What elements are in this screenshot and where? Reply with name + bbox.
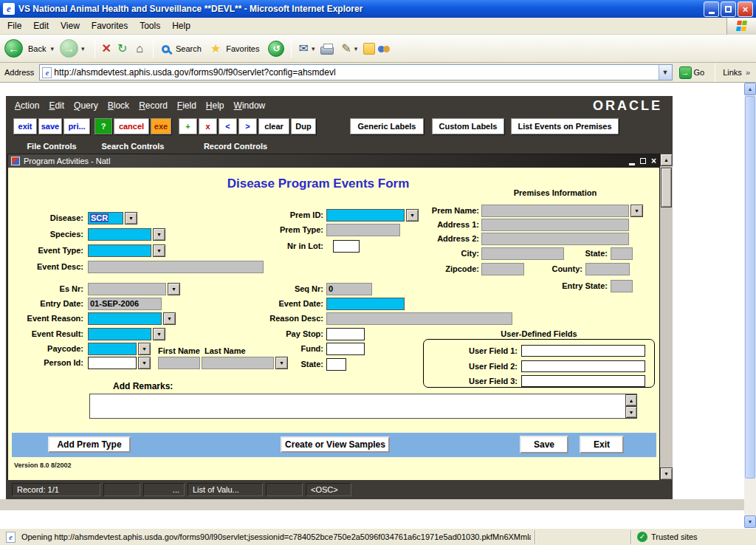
oracle-scrollbar[interactable]: ▲ ▼ xyxy=(660,154,673,480)
print-button[interactable]: pri... xyxy=(63,118,90,134)
oracle-menu-help[interactable]: Help xyxy=(206,100,224,111)
search-icon[interactable] xyxy=(162,45,170,53)
event-date-field[interactable] xyxy=(326,298,405,310)
person-id-field[interactable] xyxy=(88,357,137,369)
oracle-menu-record[interactable]: Record xyxy=(139,100,168,111)
add-prem-type-button[interactable]: Add Prem Type xyxy=(48,436,131,453)
oracle-menu-block[interactable]: Block xyxy=(108,100,129,111)
browser-scroll-up-icon[interactable]: ▲ xyxy=(744,83,756,95)
help-button[interactable]: ? xyxy=(94,118,112,134)
pay-stop-field[interactable] xyxy=(326,328,365,340)
clear-button[interactable]: clear xyxy=(258,118,289,134)
browser-scroll-down-icon[interactable]: ▼ xyxy=(744,515,756,528)
delete-record-button[interactable]: x xyxy=(199,118,217,134)
menu-favorites[interactable]: Favorites xyxy=(86,18,134,33)
forward-icon[interactable]: → xyxy=(60,39,78,58)
oracle-menu-query[interactable]: Query xyxy=(74,100,98,111)
minimize-button[interactable] xyxy=(704,1,719,17)
prem-id-dropdown-button[interactable] xyxy=(406,209,419,222)
oracle-menu-field[interactable]: Field xyxy=(177,100,196,111)
prem-name-dropdown-button[interactable] xyxy=(630,205,643,217)
insert-record-button[interactable]: + xyxy=(179,118,197,134)
save-button[interactable]: save xyxy=(38,118,62,134)
create-or-view-samples-button[interactable]: Create or View Samples xyxy=(281,436,390,453)
menu-view[interactable]: View xyxy=(55,18,86,33)
stop-icon[interactable]: ✕ xyxy=(102,43,111,55)
oracle-scrollbar-thumb[interactable] xyxy=(661,168,672,208)
messenger-icon[interactable] xyxy=(363,43,375,55)
cancel-button[interactable]: cancel xyxy=(114,118,149,134)
menu-help[interactable]: Help xyxy=(166,18,196,33)
oracle-menu-edit[interactable]: Edit xyxy=(49,100,64,111)
previous-record-button[interactable]: < xyxy=(219,118,237,134)
back-dropdown-icon[interactable]: ▾ xyxy=(50,45,54,52)
add-remarks-textarea[interactable] xyxy=(89,394,637,419)
nr-in-lot-field[interactable] xyxy=(333,240,360,253)
address-dropdown-button[interactable]: ▼ xyxy=(659,65,672,80)
oracle-menu-action[interactable]: Action xyxy=(15,100,39,111)
species-field[interactable] xyxy=(88,228,151,241)
program-activities-titlebar[interactable]: Program Activities - Natl × xyxy=(8,154,659,168)
history-icon[interactable]: ↺ xyxy=(268,41,284,57)
disease-dropdown-button[interactable] xyxy=(125,212,137,224)
oracle-scroll-up-icon[interactable]: ▲ xyxy=(660,154,673,166)
mail-icon[interactable]: ✉ xyxy=(298,43,308,55)
browser-scrollbar[interactable]: ▲ ▼ xyxy=(744,83,756,528)
links-label[interactable]: Links xyxy=(723,68,742,77)
search-label[interactable]: Search xyxy=(176,44,202,53)
address-input[interactable] xyxy=(54,66,658,79)
remarks-scroll-up-button[interactable]: ▲ xyxy=(625,394,637,406)
custom-labels-button[interactable]: Custom Labels xyxy=(432,118,504,134)
home-icon[interactable]: ⌂ xyxy=(136,43,143,55)
maximize-button[interactable] xyxy=(721,1,736,17)
event-result-field[interactable] xyxy=(88,328,151,340)
links-chevron-icon[interactable]: » xyxy=(746,68,750,77)
event-reason-field[interactable] xyxy=(88,312,162,325)
state-field[interactable] xyxy=(326,358,346,371)
es-nr-dropdown-button[interactable] xyxy=(168,283,180,295)
browser-scrollbar-thumb[interactable] xyxy=(745,96,755,479)
print-icon[interactable] xyxy=(320,47,334,55)
duplicate-button[interactable]: Dup xyxy=(291,118,316,134)
oracle-scroll-down-icon[interactable]: ▼ xyxy=(660,467,673,480)
form-close-button[interactable]: × xyxy=(651,157,656,165)
user-field3-input[interactable] xyxy=(521,375,645,387)
disease-field[interactable]: SCR xyxy=(88,212,123,224)
species-dropdown-button[interactable] xyxy=(153,228,165,241)
back-label[interactable]: Back xyxy=(28,44,46,53)
paycode-field[interactable] xyxy=(88,343,137,355)
save-form-button[interactable]: Save xyxy=(520,436,568,453)
list-events-button[interactable]: List Events on Premises xyxy=(511,118,619,134)
back-icon[interactable]: ← xyxy=(4,39,23,58)
menu-tools[interactable]: Tools xyxy=(134,18,166,33)
menu-edit[interactable]: Edit xyxy=(27,18,55,33)
form-maximize-button[interactable] xyxy=(640,158,646,164)
refresh-icon[interactable]: ↻ xyxy=(117,43,127,55)
mail-dropdown-icon[interactable]: ▾ xyxy=(312,45,315,52)
fund-field[interactable] xyxy=(326,343,365,355)
close-button[interactable]: × xyxy=(738,1,753,17)
exit-form-button[interactable]: Exit xyxy=(580,436,624,453)
oracle-menu-window[interactable]: Window xyxy=(234,100,266,111)
favorites-star-icon[interactable]: ★ xyxy=(210,43,221,55)
remarks-scroll-down-button[interactable]: ▼ xyxy=(625,406,637,418)
favorites-label[interactable]: Favorites xyxy=(226,44,259,53)
generic-labels-button[interactable]: Generic Labels xyxy=(350,118,424,134)
event-reason-dropdown-button[interactable] xyxy=(163,312,176,325)
forward-dropdown-icon[interactable]: ▾ xyxy=(81,45,85,52)
paycode-dropdown-button[interactable] xyxy=(138,343,151,355)
go-button[interactable]: → Go xyxy=(676,66,708,79)
event-type-field[interactable] xyxy=(88,244,151,257)
prem-id-field[interactable] xyxy=(326,209,405,222)
discuss-icon[interactable] xyxy=(378,43,391,55)
edit-icon[interactable]: ✎ xyxy=(341,43,351,55)
user-field2-input[interactable] xyxy=(521,360,645,372)
person-id-dropdown-button[interactable] xyxy=(138,357,151,369)
execute-button[interactable]: exe xyxy=(151,118,171,134)
menu-file[interactable]: File xyxy=(1,18,27,33)
event-result-dropdown-button[interactable] xyxy=(153,328,165,340)
next-record-button[interactable]: > xyxy=(238,118,257,134)
exit-button[interactable]: exit xyxy=(13,118,37,134)
edit-dropdown-icon[interactable]: ▾ xyxy=(354,45,358,52)
user-field1-input[interactable] xyxy=(521,345,645,357)
